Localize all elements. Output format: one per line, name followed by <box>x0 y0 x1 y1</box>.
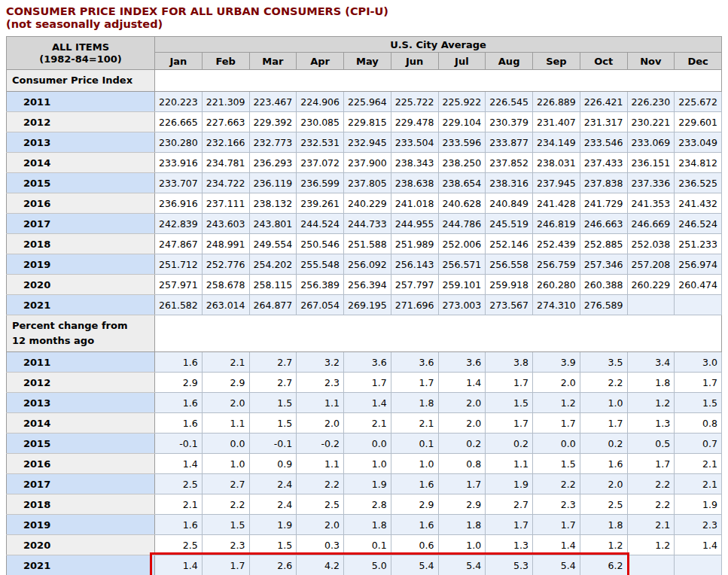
value-cell-mar: 236.293 <box>249 153 297 173</box>
value-cell-jun: 5.4 <box>391 555 438 575</box>
value-cell-nov <box>627 295 675 315</box>
year-cell: 2012 <box>7 112 155 132</box>
value-cell-jul: 233.596 <box>438 132 486 153</box>
month-header-jul: Jul <box>438 53 486 70</box>
cpi-row-2018: 2018247.867248.991249.554250.546251.5882… <box>7 234 722 254</box>
value-cell-nov: 237.336 <box>627 173 675 193</box>
value-cell-mar: 1.9 <box>249 515 297 535</box>
value-cell-jan: 257.971 <box>155 275 203 295</box>
year-cell: 2013 <box>7 132 155 153</box>
value-cell-oct: 241.729 <box>580 193 627 214</box>
value-cell-jan: 226.665 <box>155 112 203 132</box>
page: CONSUMER PRICE INDEX FOR ALL URBAN CONSU… <box>0 0 728 575</box>
value-cell-oct: 1.6 <box>580 454 627 474</box>
value-cell-may: 1.4 <box>344 393 391 413</box>
value-cell-dec: 2.3 <box>675 515 722 535</box>
value-cell-mar: 223.467 <box>249 92 297 112</box>
value-cell-feb: 2.9 <box>202 373 249 393</box>
cpi-row-2012: 2012226.665227.663229.392230.085229.8152… <box>7 112 722 132</box>
value-cell-apr: 2.2 <box>297 474 344 494</box>
section-header-row: Consumer Price Index <box>7 70 722 92</box>
value-cell-oct: 231.317 <box>580 112 627 132</box>
value-cell-aug: 1.7 <box>486 413 533 434</box>
value-cell-may: 237.805 <box>344 173 391 193</box>
value-cell-nov: 246.669 <box>627 214 675 234</box>
value-cell-feb: 232.166 <box>202 132 249 153</box>
value-cell-oct: 3.5 <box>580 352 627 373</box>
value-cell-oct: 252.885 <box>580 234 627 254</box>
value-cell-aug: 1.3 <box>486 535 533 555</box>
value-cell-may: 1.8 <box>344 515 391 535</box>
value-cell-jan: 242.839 <box>155 214 203 234</box>
value-cell-sep: 1.7 <box>533 413 580 434</box>
value-cell-jan: 1.6 <box>155 352 203 373</box>
value-cell-aug: 233.877 <box>486 132 533 153</box>
value-cell-nov: 252.038 <box>627 234 675 254</box>
value-cell-aug: 1.9 <box>486 474 533 494</box>
value-cell-jan: 2.9 <box>155 373 203 393</box>
value-cell-aug: 238.316 <box>486 173 533 193</box>
value-cell-dec: 233.049 <box>675 132 722 153</box>
value-cell-jun: 229.478 <box>391 112 438 132</box>
value-cell-may: 251.588 <box>344 234 391 254</box>
value-cell-jan: 233.916 <box>155 153 203 173</box>
value-cell-feb: 221.309 <box>202 92 249 112</box>
value-cell-apr: 224.906 <box>297 92 344 112</box>
value-cell-aug: 1.5 <box>486 393 533 413</box>
cpi-row-2011: 2011220.223221.309223.467224.906225.9642… <box>7 92 722 112</box>
value-cell-jul: 2.0 <box>438 413 486 434</box>
value-cell-oct: 6.2 <box>580 555 627 575</box>
value-cell-jul: 1.8 <box>438 515 486 535</box>
value-cell-aug: 252.146 <box>486 234 533 254</box>
value-cell-jun: 257.797 <box>391 275 438 295</box>
value-cell-may: 3.6 <box>344 352 391 373</box>
value-cell-may: 2.1 <box>344 413 391 434</box>
value-cell-apr: 244.524 <box>297 214 344 234</box>
value-cell-dec: 246.524 <box>675 214 722 234</box>
value-cell-jun: 238.638 <box>391 173 438 193</box>
year-cell: 2019 <box>7 515 155 535</box>
value-cell-aug: 240.849 <box>486 193 533 214</box>
value-cell-mar: 229.392 <box>249 112 297 132</box>
value-cell-feb: 248.991 <box>202 234 249 254</box>
value-cell-jan: 2.1 <box>155 494 203 515</box>
value-cell-feb: 2.3 <box>202 535 249 555</box>
value-cell-jul: 244.786 <box>438 214 486 234</box>
value-cell-may: 0.1 <box>344 535 391 555</box>
value-cell-nov: 241.353 <box>627 193 675 214</box>
value-cell-jun: 225.722 <box>391 92 438 112</box>
value-cell-dec: 3.0 <box>675 352 722 373</box>
value-cell-jan: 251.712 <box>155 254 203 275</box>
value-cell-sep: 252.439 <box>533 234 580 254</box>
value-cell-nov: 230.221 <box>627 112 675 132</box>
value-cell-apr: 255.548 <box>297 254 344 275</box>
value-cell-oct: 276.589 <box>580 295 627 315</box>
value-cell-jun: 1.6 <box>391 474 438 494</box>
value-cell-sep: 237.945 <box>533 173 580 193</box>
value-cell-sep: 1.7 <box>533 515 580 535</box>
value-cell-feb: 1.5 <box>202 515 249 535</box>
value-cell-mar: 0.9 <box>249 454 297 474</box>
value-cell-may: 1.0 <box>344 454 391 474</box>
value-cell-nov: 3.4 <box>627 352 675 373</box>
value-cell-sep: 234.149 <box>533 132 580 153</box>
value-cell-oct: 1.8 <box>580 515 627 535</box>
value-cell-may: 5.0 <box>344 555 391 575</box>
value-cell-apr: 2.0 <box>297 515 344 535</box>
value-cell-dec: 260.474 <box>675 275 722 295</box>
value-cell-nov: 226.230 <box>627 92 675 112</box>
value-cell-sep: 5.4 <box>533 555 580 575</box>
year-cell: 2016 <box>7 454 155 474</box>
month-header-feb: Feb <box>202 53 249 70</box>
value-cell-aug: 273.567 <box>486 295 533 315</box>
value-cell-oct: 2.5 <box>580 494 627 515</box>
corner-header: ALL ITEMS (1982-84=100) <box>7 37 155 70</box>
value-cell-dec: 225.672 <box>675 92 722 112</box>
value-cell-jan: 2.5 <box>155 474 203 494</box>
percent-row-2014: 20141.61.11.52.02.12.12.01.71.71.71.30.8 <box>7 413 722 434</box>
percent-row-2015: 2015-0.10.0-0.1-0.20.00.10.20.20.00.20.5… <box>7 434 722 454</box>
value-cell-mar: 2.7 <box>249 373 297 393</box>
value-cell-dec: 0.8 <box>675 413 722 434</box>
value-cell-feb: 2.7 <box>202 474 249 494</box>
value-cell-nov: 1.7 <box>627 454 675 474</box>
